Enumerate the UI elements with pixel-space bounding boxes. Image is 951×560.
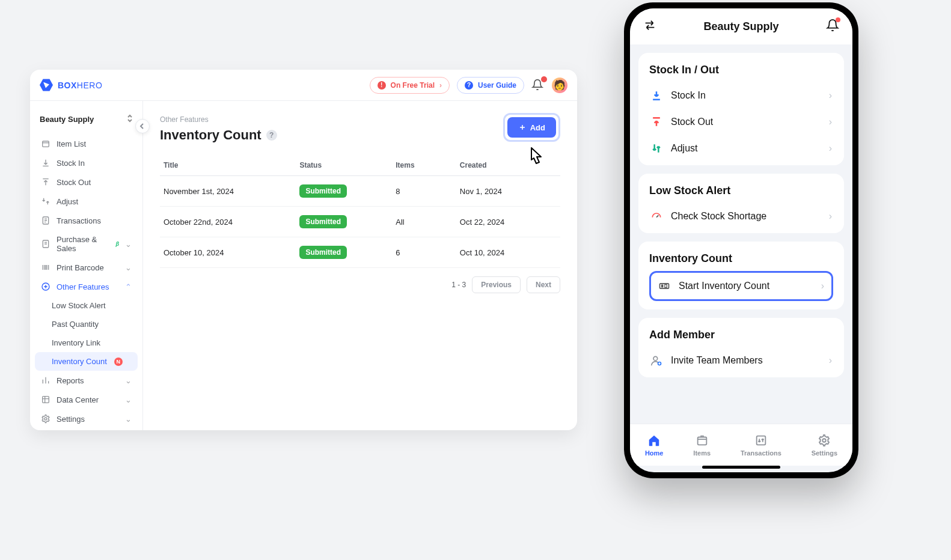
phone-title: Beauty Supply	[703, 20, 778, 33]
sidebar-item-low-stock[interactable]: Low Stock Alert	[35, 296, 138, 315]
alert-icon: !	[378, 81, 386, 90]
label: Stock In	[57, 159, 85, 168]
phone-body[interactable]: Stock In / Out Stock In› Stock Out› Adju…	[630, 44, 852, 424]
phone-notifications[interactable]	[826, 19, 839, 34]
cell-created: Oct 10, 2024	[456, 237, 560, 268]
chevron-down-icon: ⌄	[125, 415, 132, 424]
cell-created: Oct 22, 2024	[456, 207, 560, 237]
sidebar-item-past-quantity[interactable]: Past Quantity	[35, 315, 138, 333]
sidebar-item-settings[interactable]: Settings⌄	[35, 409, 138, 428]
table-row[interactable]: November 1st, 2024 Submitted 8 Nov 1, 20…	[160, 176, 560, 207]
gauge-icon	[650, 210, 662, 222]
user-plus-icon	[650, 355, 662, 367]
label: Check Stock Shortage	[671, 211, 766, 222]
plus-circle-icon	[41, 282, 50, 291]
guide-label: User Guide	[478, 81, 516, 90]
label: Purchase & Sales	[57, 235, 108, 253]
notifications-button[interactable]	[531, 79, 545, 92]
desktop-app: BOXHERO ! On Free Trial › ? User Guide 🧑…	[30, 70, 577, 430]
tab-home[interactable]: Home	[645, 434, 664, 457]
label: Stock In	[671, 90, 706, 101]
add-label: Add	[530, 123, 545, 132]
col-title: Title	[160, 155, 296, 176]
sidebar-item-purchase-sales[interactable]: Purchase & Salesβ⌄	[35, 230, 138, 258]
row-check-shortage[interactable]: Check Stock Shortage›	[649, 203, 833, 230]
chevron-up-icon: ⌃	[125, 282, 132, 291]
svg-rect-7	[661, 285, 663, 288]
adjust-icon	[41, 196, 50, 206]
sidebar-item-stock-in[interactable]: Stock In	[35, 153, 138, 172]
avatar[interactable]: 🧑	[552, 78, 567, 93]
tab-items[interactable]: Items	[693, 434, 711, 457]
swap-icon[interactable]	[643, 19, 656, 34]
counter-icon	[658, 280, 670, 292]
tab-transactions[interactable]: Transactions	[741, 434, 781, 457]
label: Items	[693, 449, 711, 457]
row-stock-in[interactable]: Stock In›	[649, 82, 833, 109]
svg-rect-0	[43, 141, 49, 147]
sidebar-item-inventory-link[interactable]: Inventory Link	[35, 333, 138, 352]
status-badge: Submitted	[299, 215, 347, 228]
svg-point-13	[823, 439, 827, 442]
row-start-count[interactable]: Start Inventory Count›	[652, 274, 830, 298]
help-icon: ?	[465, 81, 473, 90]
col-status: Status	[296, 155, 392, 176]
row-invite[interactable]: Invite Team Members›	[649, 347, 833, 374]
sidebar-item-transactions[interactable]: Transactions	[35, 211, 138, 230]
table-row[interactable]: October 10, 2024 Submitted 6 Oct 10, 202…	[160, 237, 560, 268]
chevron-right-icon: ›	[439, 81, 442, 90]
sidebar-item-reports[interactable]: Reports⌄	[35, 371, 138, 390]
cell-items: All	[392, 207, 456, 237]
brand-text-hero: HERO	[77, 81, 102, 90]
updown-icon	[127, 114, 133, 124]
download-icon	[650, 90, 662, 102]
label: Settings	[812, 449, 837, 457]
start-count-highlight: Start Inventory Count›	[649, 271, 833, 301]
phone-header: Beauty Supply	[630, 8, 852, 44]
label: Past Quantity	[52, 320, 99, 329]
chevron-right-icon: ›	[829, 143, 832, 154]
sidebar-item-data-center[interactable]: Data Center⌄	[35, 390, 138, 409]
heading-stock: Stock In / Out	[649, 64, 833, 76]
previous-button[interactable]: Previous	[472, 276, 521, 293]
svg-point-9	[653, 356, 658, 361]
trial-label: On Free Trial	[391, 81, 435, 90]
team-switcher[interactable]: Beauty Supply	[30, 107, 142, 132]
label: Reports	[57, 376, 84, 385]
cell-title: October 10, 2024	[160, 237, 296, 268]
add-button[interactable]: ＋ Add	[507, 117, 556, 138]
svg-rect-6	[660, 284, 669, 288]
sidebar-item-stock-out[interactable]: Stock Out	[35, 172, 138, 192]
database-icon	[41, 395, 50, 404]
next-button[interactable]: Next	[527, 276, 560, 293]
sidebar-item-inventory-count[interactable]: Inventory CountN	[35, 352, 138, 371]
notification-dot-icon	[836, 17, 840, 22]
sidebar-item-item-list[interactable]: Item List	[35, 134, 138, 153]
help-circle-icon[interactable]: ?	[266, 130, 277, 141]
label: Settings	[57, 415, 85, 424]
cell-title: November 1st, 2024	[160, 176, 296, 207]
new-badge: N	[114, 358, 123, 366]
tab-settings[interactable]: Settings	[812, 434, 837, 457]
row-stock-out[interactable]: Stock Out›	[649, 109, 833, 135]
cursor-pointer-icon	[525, 147, 546, 173]
receipt-icon	[41, 239, 50, 249]
arrow-up-icon	[41, 177, 50, 187]
sidebar-item-other-features[interactable]: Other Features⌃	[35, 277, 138, 296]
row-adjust[interactable]: Adjust›	[649, 135, 833, 162]
sidebar-item-print-barcode[interactable]: Print Barcode⌄	[35, 258, 138, 277]
label: Adjust	[671, 143, 697, 154]
chevron-right-icon: ›	[821, 281, 824, 291]
svg-rect-4	[43, 397, 49, 403]
heading-add-member: Add Member	[649, 329, 833, 341]
add-button-highlight: ＋ Add	[503, 113, 560, 142]
label: Print Barcode	[57, 263, 104, 272]
sidebar-item-adjust[interactable]: Adjust	[35, 192, 138, 211]
chevron-down-icon: ⌄	[125, 395, 132, 404]
home-indicator-icon	[702, 466, 780, 469]
trial-pill[interactable]: ! On Free Trial ›	[370, 77, 450, 94]
brand-logo[interactable]: BOXHERO	[40, 79, 102, 92]
col-items: Items	[392, 155, 456, 176]
guide-pill[interactable]: ? User Guide	[457, 77, 524, 94]
table-row[interactable]: October 22nd, 2024 Submitted All Oct 22,…	[160, 207, 560, 237]
